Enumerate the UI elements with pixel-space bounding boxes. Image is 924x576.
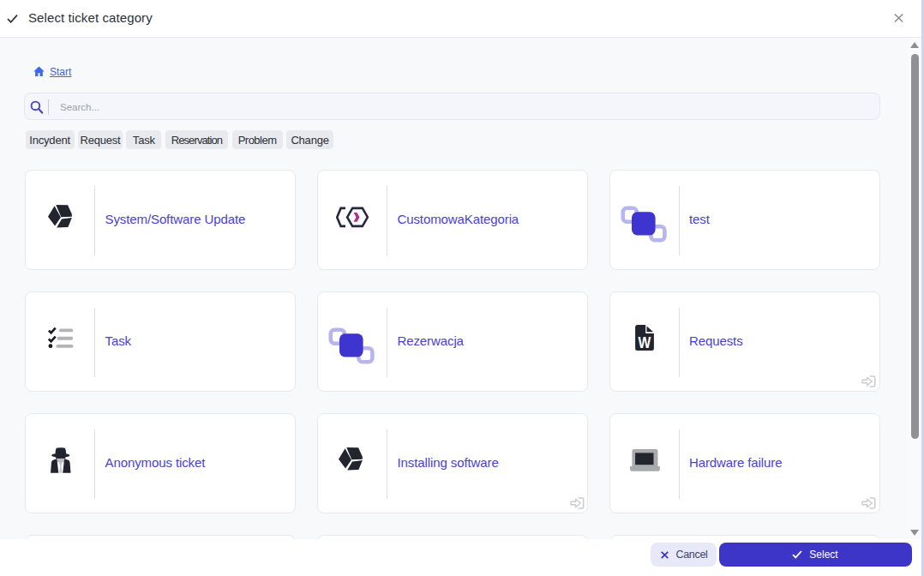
svg-text:W: W: [638, 333, 651, 351]
